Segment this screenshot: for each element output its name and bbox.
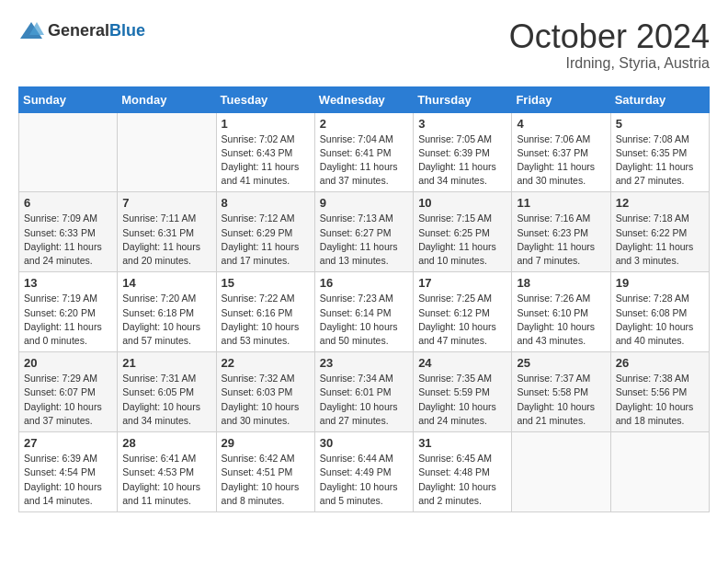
calendar-cell: 19Sunrise: 7:28 AM Sunset: 6:08 PM Dayli… <box>610 272 709 352</box>
calendar-cell: 22Sunrise: 7:32 AM Sunset: 6:03 PM Dayli… <box>216 352 314 432</box>
calendar-cell: 21Sunrise: 7:31 AM Sunset: 6:05 PM Dayli… <box>118 352 216 432</box>
calendar-cell: 25Sunrise: 7:37 AM Sunset: 5:58 PM Dayli… <box>512 352 610 432</box>
cell-info: Sunrise: 6:39 AM Sunset: 4:54 PM Dayligh… <box>24 452 112 508</box>
cell-info: Sunrise: 7:31 AM Sunset: 6:05 PM Dayligh… <box>122 372 210 428</box>
cell-info: Sunrise: 7:08 AM Sunset: 6:35 PM Dayligh… <box>616 132 704 189</box>
day-number: 4 <box>517 117 605 131</box>
calendar-cell: 1Sunrise: 7:02 AM Sunset: 6:43 PM Daylig… <box>216 112 314 192</box>
calendar-cell <box>118 112 216 192</box>
calendar-cell: 28Sunrise: 6:41 AM Sunset: 4:53 PM Dayli… <box>118 432 216 512</box>
calendar-cell: 4Sunrise: 7:06 AM Sunset: 6:37 PM Daylig… <box>512 112 610 192</box>
calendar-cell: 14Sunrise: 7:20 AM Sunset: 6:18 PM Dayli… <box>118 272 216 352</box>
day-number: 25 <box>517 356 605 370</box>
calendar-week-3: 13Sunrise: 7:19 AM Sunset: 6:20 PM Dayli… <box>19 272 710 352</box>
month-title: October 2024 <box>509 18 710 55</box>
day-number: 1 <box>222 117 310 131</box>
cell-info: Sunrise: 7:37 AM Sunset: 5:58 PM Dayligh… <box>517 372 605 428</box>
calendar-week-1: 1Sunrise: 7:02 AM Sunset: 6:43 PM Daylig… <box>19 112 710 192</box>
day-number: 8 <box>222 196 310 210</box>
day-number: 9 <box>320 196 408 210</box>
day-number: 19 <box>616 276 704 290</box>
calendar-cell: 10Sunrise: 7:15 AM Sunset: 6:25 PM Dayli… <box>414 192 512 272</box>
cell-info: Sunrise: 7:06 AM Sunset: 6:37 PM Dayligh… <box>517 132 605 189</box>
cell-info: Sunrise: 7:28 AM Sunset: 6:08 PM Dayligh… <box>616 292 704 348</box>
calendar-week-4: 20Sunrise: 7:29 AM Sunset: 6:07 PM Dayli… <box>19 352 710 432</box>
cell-info: Sunrise: 7:11 AM Sunset: 6:31 PM Dayligh… <box>122 212 210 268</box>
calendar-cell: 13Sunrise: 7:19 AM Sunset: 6:20 PM Dayli… <box>19 272 118 352</box>
day-number: 5 <box>616 117 704 131</box>
day-number: 29 <box>222 436 310 450</box>
day-number: 10 <box>418 196 506 210</box>
cell-info: Sunrise: 7:38 AM Sunset: 5:56 PM Dayligh… <box>616 372 704 428</box>
calendar-cell: 18Sunrise: 7:26 AM Sunset: 6:10 PM Dayli… <box>512 272 610 352</box>
day-number: 31 <box>418 436 506 450</box>
calendar-cell: 8Sunrise: 7:12 AM Sunset: 6:29 PM Daylig… <box>216 192 314 272</box>
calendar-table: SundayMondayTuesdayWednesdayThursdayFrid… <box>18 86 710 512</box>
cell-info: Sunrise: 6:45 AM Sunset: 4:48 PM Dayligh… <box>418 452 506 508</box>
day-number: 2 <box>320 117 408 131</box>
cell-info: Sunrise: 7:34 AM Sunset: 6:01 PM Dayligh… <box>320 372 408 428</box>
day-number: 28 <box>122 436 210 450</box>
calendar-cell <box>19 112 118 192</box>
day-number: 27 <box>24 436 112 450</box>
calendar-week-2: 6Sunrise: 7:09 AM Sunset: 6:33 PM Daylig… <box>19 192 710 272</box>
calendar-cell: 5Sunrise: 7:08 AM Sunset: 6:35 PM Daylig… <box>610 112 709 192</box>
calendar-cell <box>610 432 709 512</box>
calendar-cell: 16Sunrise: 7:23 AM Sunset: 6:14 PM Dayli… <box>314 272 413 352</box>
calendar-header-sunday: Sunday <box>19 86 118 112</box>
day-number: 24 <box>418 356 506 370</box>
calendar-week-5: 27Sunrise: 6:39 AM Sunset: 4:54 PM Dayli… <box>19 432 710 512</box>
calendar-header-saturday: Saturday <box>610 86 709 112</box>
day-number: 18 <box>517 276 605 290</box>
logo: GeneralBlue <box>18 18 145 44</box>
calendar-cell: 3Sunrise: 7:05 AM Sunset: 6:39 PM Daylig… <box>414 112 512 192</box>
cell-info: Sunrise: 7:23 AM Sunset: 6:14 PM Dayligh… <box>320 292 408 348</box>
calendar-header-thursday: Thursday <box>414 86 512 112</box>
day-number: 3 <box>418 117 506 131</box>
calendar-cell: 26Sunrise: 7:38 AM Sunset: 5:56 PM Dayli… <box>610 352 709 432</box>
logo-general: General <box>48 21 109 40</box>
calendar-header-wednesday: Wednesday <box>314 86 413 112</box>
calendar-cell: 17Sunrise: 7:25 AM Sunset: 6:12 PM Dayli… <box>414 272 512 352</box>
day-number: 23 <box>320 356 408 370</box>
day-number: 7 <box>122 196 210 210</box>
cell-info: Sunrise: 6:44 AM Sunset: 4:49 PM Dayligh… <box>320 452 408 508</box>
calendar-cell: 2Sunrise: 7:04 AM Sunset: 6:41 PM Daylig… <box>314 112 413 192</box>
cell-info: Sunrise: 7:02 AM Sunset: 6:43 PM Dayligh… <box>222 132 310 189</box>
cell-info: Sunrise: 6:42 AM Sunset: 4:51 PM Dayligh… <box>222 452 310 508</box>
title-area: October 2024 Irdning, Styria, Austria <box>509 18 710 72</box>
day-number: 12 <box>616 196 704 210</box>
cell-info: Sunrise: 7:18 AM Sunset: 6:22 PM Dayligh… <box>616 212 704 268</box>
location-title: Irdning, Styria, Austria <box>509 55 710 72</box>
calendar-cell: 29Sunrise: 6:42 AM Sunset: 4:51 PM Dayli… <box>216 432 314 512</box>
day-number: 17 <box>418 276 506 290</box>
calendar-cell: 12Sunrise: 7:18 AM Sunset: 6:22 PM Dayli… <box>610 192 709 272</box>
cell-info: Sunrise: 7:04 AM Sunset: 6:41 PM Dayligh… <box>320 132 408 189</box>
cell-info: Sunrise: 7:16 AM Sunset: 6:23 PM Dayligh… <box>517 212 605 268</box>
day-number: 30 <box>320 436 408 450</box>
day-number: 14 <box>122 276 210 290</box>
logo-text: GeneralBlue <box>48 22 145 40</box>
cell-info: Sunrise: 6:41 AM Sunset: 4:53 PM Dayligh… <box>122 452 210 508</box>
calendar-cell: 15Sunrise: 7:22 AM Sunset: 6:16 PM Dayli… <box>216 272 314 352</box>
calendar-cell: 11Sunrise: 7:16 AM Sunset: 6:23 PM Dayli… <box>512 192 610 272</box>
cell-info: Sunrise: 7:19 AM Sunset: 6:20 PM Dayligh… <box>24 292 112 348</box>
logo-blue: Blue <box>109 21 145 40</box>
cell-info: Sunrise: 7:35 AM Sunset: 5:59 PM Dayligh… <box>418 372 506 428</box>
page-header: GeneralBlue October 2024 Irdning, Styria… <box>18 18 710 72</box>
cell-info: Sunrise: 7:32 AM Sunset: 6:03 PM Dayligh… <box>222 372 310 428</box>
cell-info: Sunrise: 7:13 AM Sunset: 6:27 PM Dayligh… <box>320 212 408 268</box>
cell-info: Sunrise: 7:15 AM Sunset: 6:25 PM Dayligh… <box>418 212 506 268</box>
day-number: 6 <box>24 196 112 210</box>
calendar-cell <box>512 432 610 512</box>
day-number: 13 <box>24 276 112 290</box>
cell-info: Sunrise: 7:05 AM Sunset: 6:39 PM Dayligh… <box>418 132 506 189</box>
day-number: 15 <box>222 276 310 290</box>
calendar-header-friday: Friday <box>512 86 610 112</box>
day-number: 11 <box>517 196 605 210</box>
day-number: 20 <box>24 356 112 370</box>
calendar-header-monday: Monday <box>118 86 216 112</box>
calendar-cell: 9Sunrise: 7:13 AM Sunset: 6:27 PM Daylig… <box>314 192 413 272</box>
cell-info: Sunrise: 7:25 AM Sunset: 6:12 PM Dayligh… <box>418 292 506 348</box>
calendar-header-row: SundayMondayTuesdayWednesdayThursdayFrid… <box>19 86 710 112</box>
